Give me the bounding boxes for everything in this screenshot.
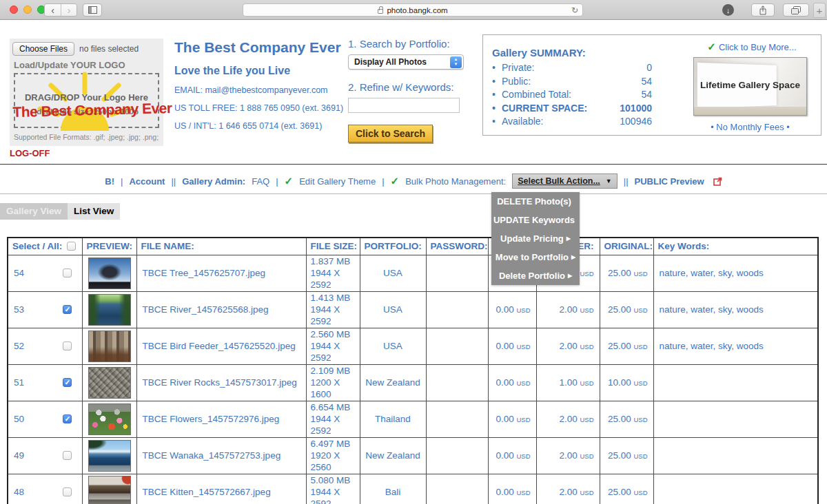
currency-label: USD	[633, 489, 647, 496]
menu-item-move-to-portfolio[interactable]: Move to Portfolio▶	[491, 248, 580, 266]
col-select-label: Select / All:	[12, 241, 62, 251]
summary-row-public: • Public:54	[492, 75, 652, 89]
row-checkbox[interactable]	[63, 342, 72, 350]
sidebar-button[interactable]	[83, 3, 102, 17]
logo-dropzone[interactable]: DRAG/DROP Your Logo Here ideal logo size…	[14, 73, 159, 128]
tab-overview-button[interactable]	[783, 3, 809, 17]
photo-id: 49	[14, 450, 24, 461]
bulk-action-menu: DELETE Photo(s) UPDATE Keywords Update P…	[491, 192, 580, 285]
file-name-link[interactable]: TBCE Kitten_1457572667.jpeg	[143, 487, 271, 497]
currency-label: USD	[580, 379, 593, 387]
file-dimensions: 1944 X 2592	[311, 487, 340, 504]
buy-more-link[interactable]: ✓Click to Buy More...	[693, 41, 810, 53]
row-checkbox[interactable]	[63, 305, 72, 314]
file-dimensions: 1944 X 2592	[311, 268, 340, 290]
file-name-link[interactable]: TBCE Wanaka_1457572753.jpeg	[143, 450, 281, 461]
forward-button[interactable]: ›	[61, 4, 76, 16]
table-row: 52TBCE Bird Feeder_1457625520.jpeg2.560 …	[8, 328, 818, 364]
photo-thumbnail[interactable]	[88, 330, 131, 362]
photo-id: 48	[14, 487, 24, 497]
tab-list-view[interactable]: List View	[68, 203, 120, 220]
nav-faq-link[interactable]: FAQ	[252, 176, 269, 187]
portfolio-name: USA	[360, 291, 426, 328]
nav-account-link[interactable]: Account	[129, 176, 165, 187]
password-cell	[426, 291, 488, 328]
file-size: 1.837 MB	[311, 256, 351, 266]
file-size: 2.560 MB	[311, 329, 351, 339]
col-filename-label: FILE NAME:	[136, 238, 306, 255]
file-name-link[interactable]: TBCE River Rocks_1457573017.jpeg	[143, 377, 297, 388]
password-cell	[426, 401, 488, 437]
currency-label: USD	[633, 270, 647, 277]
keywords-cell	[653, 401, 818, 437]
new-tab-button[interactable]: +	[813, 3, 826, 18]
portfolio-select[interactable]: Display All Photos ▲▼	[348, 54, 464, 70]
back-icon: ‹	[51, 6, 54, 15]
password-cell	[426, 328, 488, 364]
browser-toolbar: ‹ › photo.bangk.com ↻ ↓ +	[0, 0, 827, 20]
address-bar[interactable]: photo.bangk.com ↻	[243, 3, 583, 17]
portfolio-name: New Zealand	[360, 364, 426, 401]
photo-thumbnail[interactable]	[88, 258, 131, 289]
back-button[interactable]: ‹	[45, 4, 61, 16]
file-dimensions: 1944 X 2592	[311, 341, 340, 363]
log-off-link[interactable]: LOG-OFF	[10, 148, 50, 158]
menu-item-update-keywords[interactable]: UPDATE Keywords	[491, 211, 580, 229]
password-cell	[426, 474, 488, 504]
row-checkbox[interactable]	[63, 487, 72, 496]
menu-item-delete-photos[interactable]: DELETE Photo(s)	[491, 192, 580, 211]
web-price: 0.00	[496, 487, 513, 497]
downloads-button[interactable]: ↓	[722, 4, 734, 16]
file-dimensions: 1920 X 2560	[311, 450, 340, 472]
reload-button[interactable]: ↻	[571, 6, 578, 15]
table-row: 50TBCE Flowers_1457572976.jpeg6.654 MB19…	[8, 401, 818, 437]
keywords-cell	[653, 474, 818, 504]
nav-public-preview-link[interactable]: PUBLIC Preview	[635, 176, 704, 187]
row-checkbox[interactable]	[63, 269, 72, 277]
photo-id: 54	[14, 268, 24, 278]
photo-thumbnail[interactable]	[88, 403, 131, 435]
keywords-input[interactable]	[348, 98, 460, 113]
url-text: photo.bangk.com	[387, 6, 447, 14]
file-size: 5.080 MB	[311, 475, 351, 485]
file-dimensions: 1944 X 2592	[311, 414, 340, 436]
click-to-search-button[interactable]: Click to Search	[348, 125, 433, 143]
nav-b-link[interactable]: B!	[105, 176, 114, 187]
gallery-image-caption: Lifetime Gallery Space	[694, 80, 806, 90]
chevron-down-icon: ▼	[606, 178, 612, 185]
file-name-link[interactable]: TBCE River_1457625568.jpeg	[143, 304, 269, 315]
currency-label: USD	[516, 416, 530, 423]
menu-item-update-pricing[interactable]: Update Pricing▶	[491, 229, 580, 248]
tab-gallery-view[interactable]: Gallery View	[0, 203, 68, 220]
row-checkbox[interactable]	[63, 451, 72, 460]
file-name-link[interactable]: TBCE Bird Feeder_1457625520.jpeg	[143, 341, 296, 351]
lifetime-gallery-image[interactable]: Lifetime Gallery Space	[693, 57, 807, 116]
row-checkbox[interactable]	[63, 378, 72, 387]
company-intl: US / INT'L: 1 646 655 0714 (ext. 3691)	[174, 121, 347, 131]
choose-files-button[interactable]: Choose Files	[12, 42, 74, 56]
portfolio-name: Bali	[360, 474, 426, 504]
photo-thumbnail[interactable]	[88, 294, 131, 326]
summary-row-available: • Available:100946	[492, 115, 652, 129]
photo-thumbnail[interactable]	[88, 440, 131, 472]
file-size: 1.413 MB	[311, 293, 351, 303]
share-button[interactable]	[751, 3, 775, 17]
photo-thumbnail[interactable]	[88, 367, 131, 399]
photo-thumbnail[interactable]	[88, 476, 131, 504]
file-name-link[interactable]: TBCE Tree_1457625707.jpeg	[143, 268, 266, 278]
minimize-window-button[interactable]	[23, 6, 32, 14]
web-price: 0.00	[496, 341, 513, 351]
search-step1-label: 1. Search by Portfolio:	[348, 38, 476, 50]
file-name-link[interactable]: TBCE Flowers_1457572976.jpeg	[143, 414, 280, 424]
company-info: The Best Company Ever Love the Life you …	[174, 39, 347, 131]
bulk-action-dropdown[interactable]: Select Bulk Action... ▼	[512, 174, 617, 189]
select-all-checkbox[interactable]	[67, 242, 76, 251]
larger-price: 2.00	[559, 414, 577, 424]
nav-edit-theme-link[interactable]: Edit Gallery Theme	[299, 176, 376, 187]
close-window-button[interactable]	[10, 6, 18, 14]
menu-item-delete-portfolio[interactable]: Delete Portfolio▶	[491, 266, 580, 285]
nav-separator: ||	[624, 176, 629, 187]
gallery-floor	[694, 107, 806, 115]
row-checkbox[interactable]	[63, 414, 72, 423]
keywords-cell: nature, water, sky, woods	[653, 255, 818, 291]
